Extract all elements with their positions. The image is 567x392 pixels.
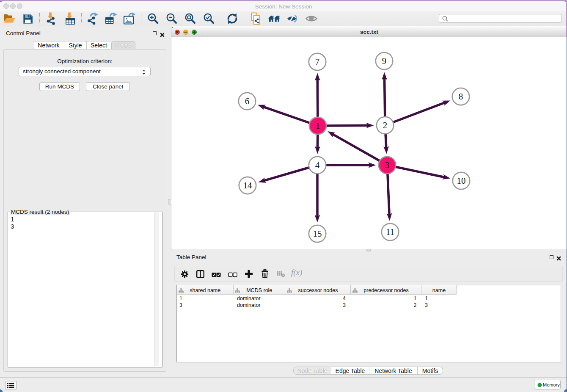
- svg-text:9: 9: [382, 56, 387, 66]
- svg-text:7: 7: [315, 57, 320, 67]
- svg-text:1: 1: [316, 121, 320, 131]
- svg-text:2: 2: [383, 120, 388, 130]
- svg-text:10: 10: [457, 176, 466, 186]
- svg-text:4: 4: [315, 160, 320, 170]
- svg-text:3: 3: [385, 160, 390, 170]
- svg-text:11: 11: [386, 227, 394, 237]
- svg-text:14: 14: [243, 180, 253, 190]
- svg-text:15: 15: [313, 229, 322, 239]
- svg-text:8: 8: [459, 91, 463, 102]
- svg-text:6: 6: [245, 96, 250, 106]
